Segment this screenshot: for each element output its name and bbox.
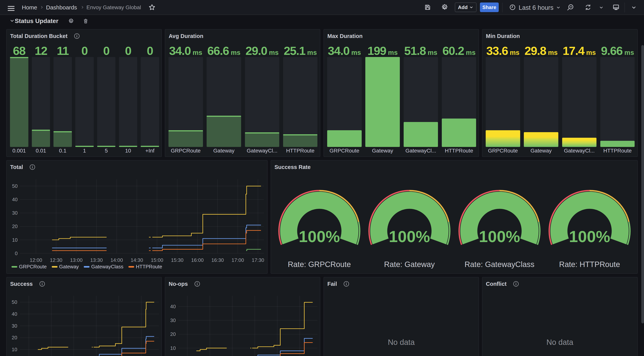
svg-text:30: 30 <box>12 210 18 216</box>
svg-text:50: 50 <box>12 299 17 305</box>
svg-text:15:30: 15:30 <box>171 257 184 263</box>
svg-text:14:30: 14:30 <box>130 257 143 263</box>
svg-text:13:30: 13:30 <box>90 257 103 263</box>
svg-text:30: 30 <box>170 317 176 323</box>
svg-text:40: 40 <box>12 311 17 317</box>
svg-text:40: 40 <box>12 197 18 202</box>
svg-text:17:00: 17:00 <box>232 257 244 263</box>
svg-text:15:00: 15:00 <box>151 257 163 263</box>
svg-text:16:00: 16:00 <box>191 257 204 263</box>
svg-text:16:30: 16:30 <box>212 257 224 263</box>
svg-text:13:00: 13:00 <box>70 257 82 263</box>
svg-text:0: 0 <box>15 250 18 256</box>
svg-text:12:30: 12:30 <box>50 257 62 263</box>
svg-text:12:00: 12:00 <box>30 257 42 263</box>
svg-text:20: 20 <box>12 223 18 229</box>
svg-text:50: 50 <box>12 183 18 189</box>
svg-text:10: 10 <box>12 237 18 243</box>
svg-text:20: 20 <box>12 335 17 340</box>
svg-text:30: 30 <box>12 323 17 329</box>
svg-text:10: 10 <box>170 345 176 351</box>
svg-text:17:30: 17:30 <box>252 257 264 263</box>
svg-text:10: 10 <box>12 346 17 352</box>
svg-text:40: 40 <box>170 304 176 309</box>
svg-text:20: 20 <box>170 331 176 337</box>
svg-text:14:00: 14:00 <box>110 257 123 263</box>
